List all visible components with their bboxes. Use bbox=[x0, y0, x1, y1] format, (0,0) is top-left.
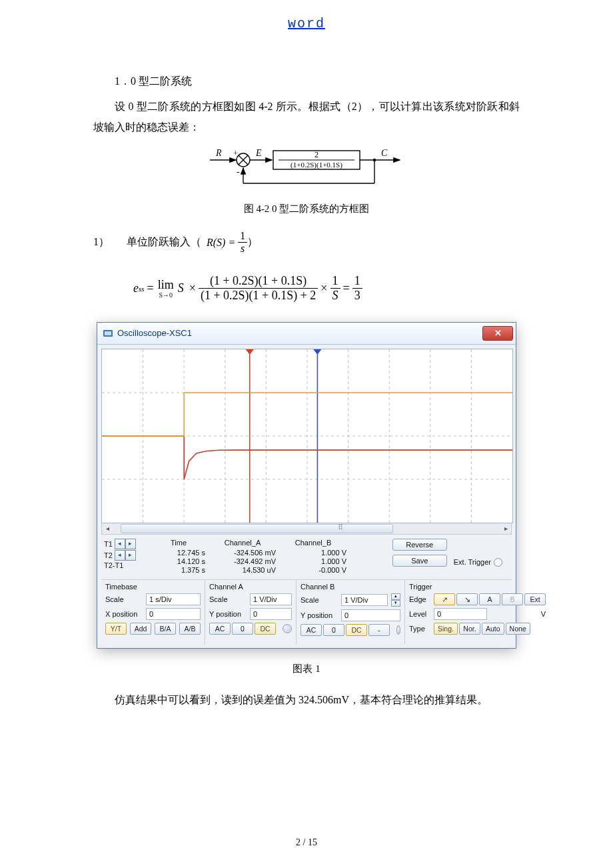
tr-type-btn-1[interactable]: Nor. bbox=[459, 623, 480, 635]
svg-marker-29 bbox=[313, 349, 321, 355]
ess-S: S bbox=[178, 281, 184, 295]
scope-hscroll[interactable]: ◂ ⠿ ▸ bbox=[101, 523, 512, 535]
chA-ypos-lbl: Y position bbox=[209, 610, 247, 618]
ca-coup-btn-1[interactable]: 0 bbox=[232, 623, 253, 635]
ess-f1b: (1 + 0.2S)(1 + 0.1S) + 2 bbox=[199, 289, 318, 303]
svg-rect-13 bbox=[105, 331, 111, 335]
scope-plot bbox=[102, 349, 512, 523]
time-2: 1.375 s bbox=[152, 566, 205, 574]
close-icon: ✕ bbox=[494, 328, 502, 338]
step-R: R(S) = bbox=[207, 237, 235, 249]
scroll-grip-icon: ⠿ bbox=[338, 523, 342, 532]
T2T1-label: T2-T1 bbox=[104, 561, 123, 569]
scroll-track[interactable]: ⠿ bbox=[113, 523, 500, 534]
ext-trigger: Ext. Trigger bbox=[454, 558, 502, 567]
tr-edge-btn-0[interactable]: ↗ bbox=[434, 593, 455, 605]
figure-1-caption: 图表 1 bbox=[93, 663, 520, 675]
ext-trigger-indicator[interactable] bbox=[494, 558, 502, 567]
chA-title: Channel A bbox=[209, 583, 292, 591]
tr-type-btn-3[interactable]: None bbox=[506, 623, 530, 635]
trig-type-buttons: Sing.Nor.AutoNone bbox=[434, 623, 530, 635]
chB-title: Channel B bbox=[301, 583, 400, 591]
chA-0: -324.506 mV bbox=[209, 549, 276, 557]
chB-header: Channel_B bbox=[280, 539, 346, 547]
tr-type-btn-2[interactable]: Auto bbox=[482, 623, 504, 635]
ess-times1: × bbox=[189, 281, 196, 295]
scope-title-text: Oscilloscope-XSC1 bbox=[117, 328, 192, 338]
ca-coup-btn-2[interactable]: DC bbox=[255, 623, 276, 635]
tr-type-btn-0[interactable]: Sing. bbox=[434, 623, 458, 635]
chB-coupling: AC0DC- bbox=[301, 624, 390, 636]
tr-edge-btn-4[interactable]: Ext bbox=[524, 593, 546, 605]
tr-edge-btn-2[interactable]: A bbox=[479, 593, 500, 605]
tb-modes-btn-0[interactable]: Y/T bbox=[105, 623, 127, 635]
save-button[interactable]: Save bbox=[392, 555, 447, 567]
step-frac-bot: s bbox=[238, 243, 247, 255]
trig-edge-lbl: Edge bbox=[409, 595, 430, 603]
panel-channel-b: Channel B Scale 1 V/Div ▴▾ Y position 0 … bbox=[297, 580, 405, 644]
cb-coup-btn-1[interactable]: 0 bbox=[323, 624, 344, 636]
ess-lim: lim S→0 bbox=[158, 279, 174, 299]
bd-minus: - bbox=[237, 167, 240, 177]
T2-label: T2 bbox=[104, 551, 113, 559]
chA-2: 14.530 uV bbox=[209, 566, 276, 574]
trig-level-input[interactable]: 0 bbox=[434, 608, 487, 620]
readout-buttons: Reverse Save Ext. Trigger bbox=[392, 539, 509, 567]
trig-edge-buttons: ↗↘ABExt bbox=[434, 593, 546, 605]
chB-scale-lbl: Scale bbox=[301, 596, 338, 604]
chB-indicator[interactable] bbox=[396, 625, 400, 635]
conclusion: 仿真结果中可以看到，读到的误差值为 324.506mV，基本符合理论的推算结果。 bbox=[93, 690, 520, 710]
reverse-button[interactable]: Reverse bbox=[392, 539, 447, 551]
chB-ypos-input[interactable]: 0 bbox=[341, 609, 400, 621]
bd-C: C bbox=[381, 148, 388, 158]
chA-ypos-input[interactable]: 0 bbox=[250, 608, 292, 620]
tr-edge-btn-1[interactable]: ↘ bbox=[456, 593, 478, 605]
cb-coup-btn-3[interactable]: - bbox=[368, 624, 390, 636]
tb-modes-btn-2[interactable]: B/A bbox=[155, 623, 176, 635]
chA-indicator[interactable] bbox=[283, 624, 292, 633]
ess-eq2: = bbox=[343, 281, 350, 295]
svg-marker-28 bbox=[246, 349, 254, 355]
tb-scale-lbl: Scale bbox=[105, 595, 143, 603]
timebase-title: Timebase bbox=[105, 583, 201, 591]
page-number: 2 / 15 bbox=[0, 837, 613, 848]
T1-left-button[interactable]: ◂ bbox=[115, 539, 125, 549]
chA-scale-input[interactable]: 1 V/Div bbox=[250, 593, 292, 605]
ess-lim-bot: S→0 bbox=[158, 292, 174, 299]
trig-level-unit: V bbox=[535, 610, 546, 618]
ess-sub: ss bbox=[139, 285, 145, 293]
tb-modes-btn-1[interactable]: Add bbox=[130, 623, 151, 635]
tb-modes-btn-3[interactable]: A/B bbox=[179, 623, 201, 635]
cb-coup-btn-2[interactable]: DC bbox=[346, 624, 367, 636]
header-link-text[interactable]: word bbox=[288, 16, 325, 31]
chB-scale-stepper[interactable]: ▴▾ bbox=[391, 593, 400, 607]
scroll-right-icon[interactable]: ▸ bbox=[500, 524, 511, 533]
ca-coup-btn-0[interactable]: AC bbox=[209, 623, 231, 635]
chB-2: -0.000 V bbox=[280, 566, 346, 574]
ess-f3b: 3 bbox=[352, 289, 362, 303]
close-button[interactable]: ✕ bbox=[482, 326, 513, 341]
T1-right-button[interactable]: ▸ bbox=[125, 539, 136, 549]
tb-xpos-input[interactable]: 0 bbox=[146, 608, 201, 620]
ess-frac3: 1 3 bbox=[352, 275, 362, 302]
scope-panels: Timebase Scale 1 s/Div X position 0 Y/TA… bbox=[101, 580, 512, 644]
tb-scale-input[interactable]: 1 s/Div bbox=[146, 593, 201, 605]
oscilloscope-window: Oscilloscope-XSC1 ✕ ◂ ⠿ ▸ T1 ◂▸ T2 bbox=[97, 323, 516, 648]
bd-R: R bbox=[215, 148, 222, 158]
scroll-thumb[interactable] bbox=[121, 524, 393, 533]
readout-chA: Channel_A -324.506 mV -324.492 mV 14.530… bbox=[209, 539, 279, 574]
T2-right-button[interactable]: ▸ bbox=[125, 550, 136, 561]
scope-screen[interactable] bbox=[101, 349, 513, 523]
ess-lim-top: lim bbox=[158, 279, 174, 291]
cb-coup-btn-0[interactable]: AC bbox=[301, 624, 322, 636]
document-page: word 1．0 型二阶系统 设 0 型二阶系统的方框图如图 4-2 所示。根据… bbox=[0, 0, 613, 868]
ess-frac1: (1 + 0.2S)(1 + 0.1S) (1 + 0.2S)(1 + 0.1S… bbox=[199, 275, 318, 302]
chB-scale-input[interactable]: 1 V/Div bbox=[341, 594, 388, 606]
tr-edge-btn-3[interactable]: B bbox=[502, 593, 523, 605]
T2-left-button[interactable]: ◂ bbox=[115, 550, 125, 561]
block-diagram: R + - E 2 (1+0.2S)(1+0.1S) C bbox=[93, 147, 520, 193]
scroll-left-icon[interactable]: ◂ bbox=[102, 524, 113, 533]
panel-trigger: Trigger Edge ↗↘ABExt Level 0 V Type Sing… bbox=[405, 580, 550, 644]
ess-f2t: 1 bbox=[330, 275, 340, 289]
scope-titlebar[interactable]: Oscilloscope-XSC1 ✕ bbox=[97, 323, 516, 345]
